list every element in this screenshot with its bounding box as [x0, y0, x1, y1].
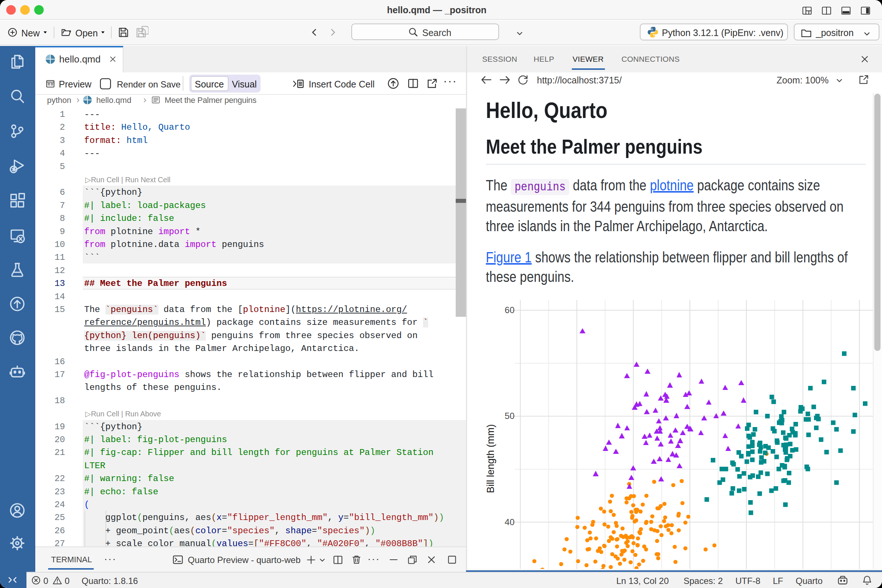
svg-text:60: 60: [505, 305, 514, 315]
svg-text:50: 50: [505, 411, 514, 421]
svg-text:Bill length (mm): Bill length (mm): [485, 424, 496, 493]
svg-text:40: 40: [505, 517, 514, 527]
